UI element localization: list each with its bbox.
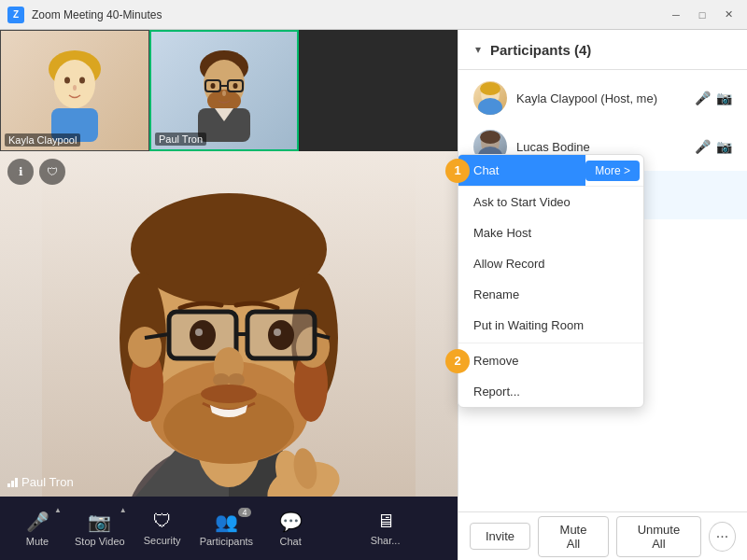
mute-label: Mute bbox=[26, 536, 49, 547]
window-controls: ─ □ ✕ bbox=[665, 7, 740, 23]
kayla-avatar-svg bbox=[37, 39, 112, 142]
paul-name-label: Paul Tron bbox=[155, 133, 206, 146]
window-title: Zoom Meeting 40-Minutes bbox=[32, 8, 657, 21]
ctx-waiting-room-item[interactable]: Put in Waiting Room bbox=[458, 310, 643, 341]
signal-bar-1 bbox=[7, 483, 10, 487]
svg-point-41 bbox=[228, 373, 245, 386]
svg-point-14 bbox=[222, 91, 226, 96]
participants-icon: 👥 bbox=[215, 511, 238, 533]
stop-video-label: Stop Video bbox=[75, 536, 125, 547]
participants-header: ▾ Participants (4) bbox=[458, 30, 747, 70]
kayla-icons: 🎤 📷 bbox=[695, 91, 732, 105]
signal-bars bbox=[7, 478, 18, 487]
kayla-list-avatar bbox=[473, 81, 507, 115]
thumbnail-paul[interactable]: Paul Tron bbox=[149, 30, 299, 151]
mic-icon: 🎤 bbox=[26, 511, 49, 533]
more-btn-label: More > bbox=[595, 164, 630, 177]
svg-point-4 bbox=[73, 85, 77, 91]
security-button[interactable]: 🛡 Security bbox=[134, 502, 190, 554]
svg-point-48 bbox=[478, 98, 502, 115]
participants-panel-title: Participants (4) bbox=[490, 42, 732, 58]
thumbnail-kayla[interactable]: Kayla Claypool bbox=[0, 30, 149, 151]
ctx-remove-item[interactable]: 2 Remove bbox=[458, 345, 643, 376]
app-icon: Z bbox=[7, 7, 24, 23]
main-video-svg bbox=[42, 151, 416, 497]
svg-point-38 bbox=[274, 329, 281, 336]
collapse-button[interactable]: ▾ bbox=[473, 41, 483, 58]
svg-point-28 bbox=[128, 327, 162, 368]
ctx-allow-record-item[interactable]: Allow Record bbox=[458, 248, 643, 279]
bottom-toolbar: 🎤 ▲ Mute 📷 ▲ Stop Video 🛡 Security 👥 4 P… bbox=[0, 497, 458, 560]
ctx-ask-video-label: Ask to Start Video bbox=[473, 195, 571, 209]
step-badge-2: 2 bbox=[445, 349, 470, 373]
ctx-rename-item[interactable]: Rename bbox=[458, 279, 643, 310]
ctx-waiting-room-label: Put in Waiting Room bbox=[473, 318, 584, 332]
svg-point-35 bbox=[190, 320, 216, 350]
maximize-button[interactable]: □ bbox=[691, 7, 713, 23]
chat-label: Chat bbox=[279, 536, 301, 547]
signal-bar-2 bbox=[11, 481, 14, 487]
title-bar: Z Zoom Meeting 40-Minutes ─ □ ✕ bbox=[0, 0, 747, 30]
video-icon: 📷 bbox=[88, 511, 111, 533]
video-caret: ▲ bbox=[120, 506, 127, 514]
ctx-make-host-label: Make Host bbox=[473, 226, 531, 240]
share-button[interactable]: 🖥 Shar... bbox=[322, 502, 448, 554]
lucas-icons: 🎤 📷 bbox=[695, 139, 732, 154]
participants-label: Participants bbox=[200, 536, 253, 547]
svg-point-13 bbox=[233, 83, 238, 89]
stop-video-button[interactable]: 📷 ▲ Stop Video bbox=[69, 502, 131, 554]
participants-footer: Invite Mute All Unmute All ··· bbox=[458, 511, 747, 560]
minimize-button[interactable]: ─ bbox=[665, 7, 687, 23]
security-label: Security bbox=[144, 535, 181, 546]
kayla-mic-icon: 🎤 bbox=[695, 91, 711, 105]
ctx-report-item[interactable]: Report... bbox=[458, 376, 643, 407]
more-button[interactable]: More > bbox=[585, 161, 640, 181]
ctx-report-label: Report... bbox=[473, 385, 520, 399]
thumbnail-strip: Kayla Claypool bbox=[0, 30, 458, 151]
svg-point-12 bbox=[211, 83, 216, 89]
mute-all-button[interactable]: Mute All bbox=[538, 516, 609, 557]
ctx-chat-label: Chat bbox=[473, 163, 499, 177]
lucas-mic-icon: 🎤 bbox=[695, 139, 711, 154]
lucas-cam-icon: 📷 bbox=[716, 139, 732, 154]
participants-button[interactable]: 👥 4 Participants bbox=[194, 502, 259, 554]
invite-button[interactable]: Invite bbox=[470, 523, 530, 550]
svg-point-3 bbox=[79, 77, 85, 84]
more-options-button[interactable]: ··· bbox=[709, 522, 736, 552]
kayla-participant-name: Kayla Claypool (Host, me) bbox=[516, 91, 685, 105]
lucas-participant-name: Lucas Bodine bbox=[516, 140, 685, 154]
info-icon-btn[interactable]: ℹ bbox=[7, 159, 34, 185]
close-button[interactable]: ✕ bbox=[717, 7, 740, 23]
svg-point-37 bbox=[195, 329, 203, 336]
svg-point-40 bbox=[213, 373, 230, 386]
kayla-cam-icon: 📷 bbox=[716, 91, 732, 105]
svg-point-36 bbox=[268, 320, 294, 350]
ctx-allow-record-label: Allow Record bbox=[473, 257, 545, 271]
shield-icon-btn[interactable]: 🛡 bbox=[39, 159, 65, 185]
participant-item-kayla[interactable]: Kayla Claypool (Host, me) 🎤 📷 bbox=[458, 74, 747, 122]
video-area: Kayla Claypool bbox=[0, 30, 458, 560]
share-icon: 🖥 bbox=[376, 511, 395, 532]
ctx-remove-label: Remove bbox=[473, 354, 518, 368]
overlay-icons: ℹ 🛡 bbox=[7, 159, 65, 185]
chat-button[interactable]: 💬 Chat bbox=[262, 502, 318, 554]
ctx-chat-item[interactable]: 1 Chat bbox=[458, 155, 585, 186]
mute-button[interactable]: 🎤 ▲ Mute bbox=[9, 502, 65, 554]
svg-point-50 bbox=[480, 131, 500, 144]
mute-caret: ▲ bbox=[54, 506, 62, 514]
unmute-all-button[interactable]: Unmute All bbox=[616, 516, 701, 557]
svg-point-1 bbox=[54, 60, 95, 108]
signal-bar-3 bbox=[15, 478, 18, 487]
participants-badge: 4 bbox=[238, 508, 251, 517]
ctx-make-host-item[interactable]: Make Host bbox=[458, 217, 643, 248]
ctx-rename-label: Rename bbox=[473, 287, 519, 301]
ctx-ask-video-item[interactable]: Ask to Start Video bbox=[458, 187, 643, 217]
svg-point-23 bbox=[131, 193, 327, 305]
step-badge-1: 1 bbox=[445, 159, 470, 183]
context-menu: 1 Chat More > Ask to Start Video Make Ho… bbox=[458, 154, 644, 408]
chat-icon: 💬 bbox=[279, 511, 303, 533]
security-icon: 🛡 bbox=[153, 511, 172, 532]
svg-point-2 bbox=[64, 77, 70, 84]
speaker-name-overlay: Paul Tron bbox=[7, 475, 74, 489]
main-video-person: ℹ 🛡 Paul Tron bbox=[0, 151, 458, 497]
